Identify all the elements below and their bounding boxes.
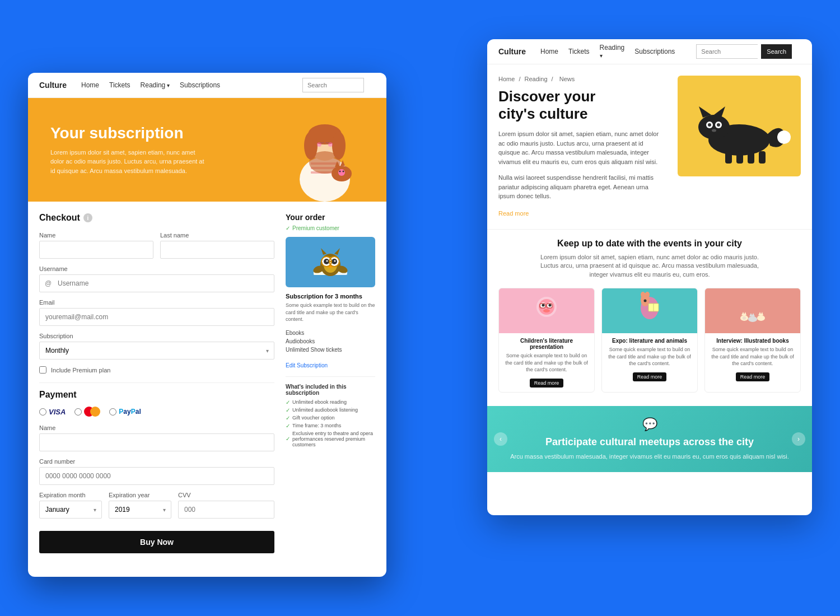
visa-radio[interactable] — [39, 408, 46, 416]
svg-point-1 — [698, 115, 730, 139]
order-sub-name: Subscription for 3 months — [286, 293, 375, 300]
card-3-body: Interview: Illustrated books Some quick … — [705, 333, 800, 386]
svg-point-35 — [743, 316, 746, 320]
back-nav-reading[interactable]: Reading — [600, 44, 625, 59]
premium-checkbox-row: Include Premium plan — [39, 366, 274, 374]
back-left-column: Home / Reading / News Discover yourcity'… — [498, 76, 666, 218]
svg-point-57 — [339, 171, 341, 172]
subscription-select-wrapper: Monthly Quarterly Yearly ▾ — [39, 342, 274, 360]
checkout-form: Checkout i Name Last name User — [39, 213, 274, 553]
svg-point-27 — [645, 292, 650, 297]
svg-point-69 — [334, 260, 336, 262]
visa-option[interactable]: VISA — [39, 408, 66, 416]
back-navbar: Culture Home Tickets Reading Subscriptio… — [487, 39, 812, 64]
exp-year-select[interactable]: 201920202021 — [109, 501, 171, 519]
card-1-read-more[interactable]: Read more — [530, 379, 564, 388]
breadcrumb-reading[interactable]: Reading — [525, 76, 548, 82]
front-hero-text: Your subscription Lorem ipsum dolor sit … — [50, 124, 207, 176]
cvv-input[interactable] — [178, 501, 274, 519]
expiry-row: Expiration month JanuaryFebruaryMarch ▾ … — [39, 492, 274, 519]
exp-month-select[interactable]: JanuaryFebruaryMarch — [39, 501, 102, 519]
subscription-group: Subscription Monthly Quarterly Yearly ▾ — [39, 333, 274, 360]
order-sidebar: Your order ✓ Premium customer — [286, 213, 375, 553]
email-input[interactable] — [39, 308, 274, 326]
username-input[interactable] — [39, 274, 274, 292]
mastercard-option[interactable] — [74, 407, 100, 417]
card-number-input[interactable] — [39, 467, 274, 485]
name-input[interactable] — [39, 241, 153, 259]
back-search-button[interactable]: Search — [761, 44, 792, 59]
card-2-body: Expo: literature and animals Some quick … — [602, 333, 697, 386]
card-3-art — [736, 291, 769, 330]
check-icon-4: ✓ — [286, 423, 290, 429]
included-voucher: ✓ Gift voucher option — [286, 415, 375, 421]
back-nav-home[interactable]: Home — [540, 48, 558, 55]
svg-point-7 — [717, 123, 720, 127]
svg-rect-10 — [725, 151, 732, 164]
front-search-input[interactable] — [302, 78, 364, 92]
card-2-read-more[interactable]: Read more — [633, 372, 667, 381]
svg-point-6 — [708, 123, 711, 127]
premium-label: Include Premium plan — [51, 367, 110, 374]
exp-year-label: Expiration year — [109, 492, 171, 498]
front-nav-tickets[interactable]: Tickets — [109, 81, 130, 89]
premium-badge: ✓ Premium customer — [286, 225, 375, 231]
mc-orange-circle — [90, 407, 100, 417]
event-card-2: Expo: literature and animals Some quick … — [601, 288, 698, 393]
svg-point-20 — [543, 309, 550, 312]
back-read-more-link[interactable]: Read more — [498, 210, 529, 217]
svg-point-9 — [777, 130, 791, 144]
included-ebook: ✓ Unlimited ebook reading — [286, 399, 375, 405]
check-icon: ✓ — [286, 225, 290, 231]
front-logo[interactable]: Culture — [39, 81, 67, 90]
premium-checkbox[interactable] — [39, 366, 46, 374]
back-search-area: Search — [685, 39, 803, 64]
front-nav-home[interactable]: Home — [81, 81, 99, 89]
mastercard-radio[interactable] — [74, 408, 82, 416]
lastname-input[interactable] — [160, 241, 274, 259]
payment-title: Payment — [39, 390, 274, 400]
divider-1 — [39, 382, 274, 383]
front-hero-body: Lorem ipsum dolor sit amet, sapien etiam… — [50, 148, 207, 176]
card-3-read-more[interactable]: Read more — [736, 372, 770, 381]
username-label: Username — [39, 265, 274, 272]
at-icon: @ — [45, 279, 52, 287]
back-nav-tickets[interactable]: Tickets — [568, 48, 590, 55]
visa-logo: VISA — [49, 408, 66, 416]
lastname-label: Last name — [160, 232, 274, 239]
buy-now-button[interactable]: Buy Now — [39, 531, 274, 553]
front-nav-reading[interactable]: Reading — [141, 81, 170, 89]
card-3-text: Some quick example text to build on the … — [710, 346, 796, 367]
card-2-art — [633, 291, 666, 330]
meetup-next-button[interactable]: › — [792, 432, 805, 446]
included-theatre: ✓ Exclusive entry to theatre and opera p… — [286, 431, 375, 447]
order-features: Ebooks Audiobooks Unlimited Show tickets — [286, 329, 375, 354]
what-included-section: What's included in this subscription ✓ U… — [286, 384, 375, 447]
event-card-3: Interview: Illustrated books Some quick … — [704, 288, 801, 393]
card-1-title: Children's literature presentation — [503, 338, 590, 350]
back-window: Culture Home Tickets Reading Subscriptio… — [487, 39, 812, 515]
back-hero-image — [678, 76, 801, 176]
edit-subscription-link[interactable]: Edit Subscription — [286, 362, 328, 368]
subscription-select[interactable]: Monthly Quarterly Yearly — [39, 342, 274, 360]
back-body-text-2: Nulla wisi laoreet suspendisse hendrerit… — [498, 173, 666, 201]
svg-point-18 — [542, 304, 545, 307]
paypal-option[interactable]: PayPal — [109, 408, 141, 416]
back-nav-subscriptions[interactable]: Subscriptions — [634, 48, 675, 55]
events-title: Keep up to date with the events in your … — [498, 239, 801, 249]
back-logo[interactable]: Culture — [498, 47, 526, 56]
meetup-chat-icon: 💬 — [498, 417, 801, 432]
card-2-text: Some quick example text to build on the … — [606, 346, 693, 367]
name-row: Name Last name — [39, 232, 274, 259]
card-name-input[interactable] — [39, 433, 274, 451]
breadcrumb-home[interactable]: Home — [498, 76, 515, 82]
events-subtitle: Lorem ipsum dolor sit amet, sapien etiam… — [538, 253, 762, 279]
exp-month-group: Expiration month JanuaryFebruaryMarch ▾ — [39, 492, 102, 519]
front-nav-subscriptions[interactable]: Subscriptions — [180, 81, 220, 89]
included-title: What's included in this subscription — [286, 384, 375, 396]
hero-girl-art — [280, 101, 370, 202]
paypal-radio[interactable] — [109, 408, 116, 416]
back-search-input[interactable] — [696, 44, 758, 59]
meetup-prev-button[interactable]: ‹ — [494, 432, 507, 446]
fox-illustration — [683, 87, 795, 165]
